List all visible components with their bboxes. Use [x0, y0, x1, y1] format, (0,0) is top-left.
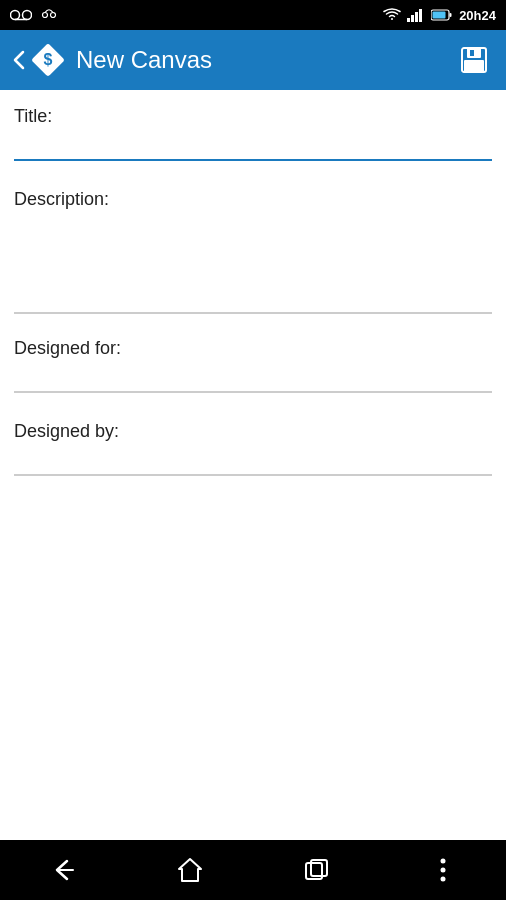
- nav-home-button[interactable]: [160, 845, 220, 895]
- app-logo: $: [30, 42, 66, 78]
- svg-point-0: [11, 11, 20, 20]
- status-bar: 20h24: [0, 0, 506, 30]
- svg-rect-10: [450, 13, 452, 17]
- svg-point-1: [23, 11, 32, 20]
- status-time: 20h24: [459, 8, 496, 23]
- nav-back-button[interactable]: [33, 845, 93, 895]
- title-label: Title:: [14, 106, 492, 127]
- back-arrow-icon[interactable]: [12, 50, 26, 70]
- save-button[interactable]: [454, 40, 494, 80]
- designed-by-label: Designed by:: [14, 421, 492, 442]
- title-field-group: Title:: [14, 106, 492, 161]
- svg-point-24: [440, 877, 445, 882]
- svg-rect-7: [415, 12, 418, 22]
- svg-point-3: [43, 13, 48, 18]
- status-bar-left: [10, 7, 58, 23]
- svg-marker-19: [179, 859, 201, 881]
- designed-by-field-group: Designed by:: [14, 421, 492, 476]
- svg-point-22: [440, 859, 445, 864]
- signal-icon: [407, 8, 425, 22]
- svg-rect-11: [433, 12, 446, 19]
- battery-icon: [431, 9, 453, 21]
- svg-rect-5: [407, 18, 410, 22]
- svg-rect-8: [419, 9, 422, 22]
- designed-by-input[interactable]: [14, 446, 492, 476]
- title-input[interactable]: [14, 131, 492, 161]
- description-field-group: Description:: [14, 189, 492, 314]
- designed-for-field-group: Designed for:: [14, 338, 492, 393]
- description-label: Description:: [14, 189, 492, 210]
- svg-rect-6: [411, 15, 414, 22]
- svg-rect-16: [470, 50, 474, 56]
- svg-point-23: [440, 868, 445, 873]
- app-bar-title: New Canvas: [76, 46, 454, 74]
- designed-for-label: Designed for:: [14, 338, 492, 359]
- voicemail-icon: [10, 8, 32, 22]
- wifi-icon: [383, 8, 401, 22]
- app-bar: $ New Canvas: [0, 30, 506, 90]
- nav-bar: [0, 840, 506, 900]
- status-bar-right: 20h24: [383, 8, 496, 23]
- nav-menu-button[interactable]: [413, 845, 473, 895]
- nav-recent-button[interactable]: [286, 845, 346, 895]
- headset-icon: [40, 7, 58, 23]
- svg-rect-17: [464, 60, 484, 72]
- svg-point-4: [51, 13, 56, 18]
- svg-text:$: $: [44, 51, 53, 68]
- designed-for-input[interactable]: [14, 363, 492, 393]
- main-content: Title: Description: Designed for: Design…: [0, 90, 506, 840]
- description-input[interactable]: [14, 214, 492, 314]
